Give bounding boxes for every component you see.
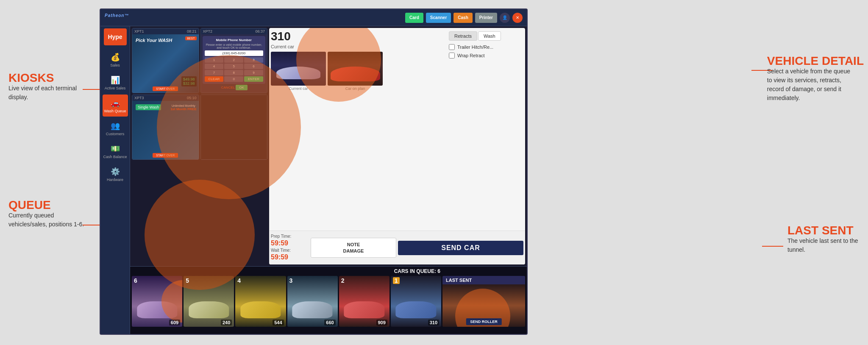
kiosk1-price: $49.98 $32.98 xyxy=(181,76,197,86)
keypad-9[interactable]: 9 xyxy=(244,70,263,75)
scanner-button[interactable]: Scanner xyxy=(426,13,451,23)
keypad-6[interactable]: 6 xyxy=(244,64,263,69)
note-damage-button[interactable]: NOTEDAMAGE xyxy=(311,238,396,258)
app-logo: Patheon™ xyxy=(105,13,129,22)
kiosk2-ok[interactable]: OK xyxy=(236,85,248,90)
vehicle-desc: Select a vehicle from the queue to view … xyxy=(767,67,852,103)
kiosk-body-xpt1: Pick Your WASH BEST $49.98 $32.98 START … xyxy=(132,34,199,93)
kiosk1-bg: Pick Your WASH BEST $49.98 $32.98 START … xyxy=(132,34,199,93)
queue-slot-4[interactable]: 4 544 xyxy=(235,276,286,327)
keypad-0[interactable]: 0 xyxy=(224,76,243,82)
keypad-3[interactable]: 3 xyxy=(244,57,263,63)
user-icon: 👤 xyxy=(502,15,507,20)
kiosk-body-xpt4 xyxy=(201,95,267,159)
card-button[interactable]: Card xyxy=(405,13,423,23)
sidebar-item-hardware[interactable]: ⚙️ Hardware xyxy=(103,163,128,185)
kiosk1-title: Pick Your WASH xyxy=(136,38,172,43)
kiosk-header-xpt1: XPT1 08:21 xyxy=(132,28,199,34)
sidebar-label-sales: Sales xyxy=(110,63,120,67)
prep-time-value: 59:59 xyxy=(271,239,288,247)
printer-button[interactable]: Printer xyxy=(475,13,497,23)
kiosk-panel-xpt1[interactable]: XPT1 08:21 Pick Your WASH BEST xyxy=(132,28,199,93)
queue-slot-id-1: 310 xyxy=(428,320,439,326)
keypad-enter[interactable]: ENTER xyxy=(244,76,263,82)
keypad-2[interactable]: 2 xyxy=(224,57,243,63)
kiosk1-start-over-button[interactable]: START OVER xyxy=(153,86,178,91)
kiosks-desc: Live view of each terminal display. xyxy=(8,84,85,102)
line-last-sent xyxy=(762,246,783,247)
keypad-clear[interactable]: CLEAR xyxy=(205,76,224,82)
tab-retracts[interactable]: Retracts xyxy=(449,31,477,41)
sidebar-item-active-sales[interactable]: 📊 Active Sales xyxy=(103,72,128,94)
keypad-5[interactable]: 5 xyxy=(224,64,243,69)
wrap-retract-checkbox[interactable] xyxy=(449,53,455,58)
queue-slot-id-3: 660 xyxy=(324,320,335,326)
sidebar-item-cash-balance[interactable]: 💵 Cash Balance xyxy=(103,140,128,162)
queue-slot-3[interactable]: 3 660 xyxy=(287,276,338,327)
queue-slot-id-5: 240 xyxy=(221,320,232,326)
phone-input[interactable]: (330) 645-6200 xyxy=(205,50,264,56)
queue-slot-num-5: 5 xyxy=(186,277,189,284)
kiosk-name-xpt2: XPT2 xyxy=(203,29,213,33)
wait-time-row: Wait Time: xyxy=(271,248,309,253)
kiosk2-actions: CANCEL OK xyxy=(220,84,248,91)
queue-area: CARS IN QUEUE: 6 6 609 xyxy=(130,266,527,334)
kiosk-name-xpt3: XPT3 xyxy=(134,96,144,100)
car-silhouette-3 xyxy=(292,301,332,318)
tab-wash[interactable]: Wash xyxy=(478,31,501,41)
wait-time-label: Wait Time: xyxy=(271,248,291,253)
kiosk3-bg: Single Wash Unlimited Monthly 1st Month … xyxy=(132,101,199,159)
top-area: XPT1 08:21 Pick Your WASH BEST xyxy=(130,26,527,266)
queue-slot-num-6: 6 xyxy=(134,277,137,284)
user-avatar[interactable]: 👤 xyxy=(500,13,510,23)
keypad-4[interactable]: 4 xyxy=(205,64,224,69)
customers-icon: 👥 xyxy=(111,121,120,131)
kiosk4-bg xyxy=(201,95,267,159)
sidebar-logo: Hype xyxy=(104,28,127,45)
kiosk-name-xpt1: XPT1 xyxy=(134,29,144,33)
queue-slot-6[interactable]: 6 609 xyxy=(132,276,182,327)
kiosk-time-xpt3: 05:10 xyxy=(187,96,197,100)
queue-slot-2[interactable]: 2 909 xyxy=(339,276,389,327)
kiosk2-cancel[interactable]: CANCEL xyxy=(220,85,236,90)
wait-time-value: 59:59 xyxy=(271,253,288,261)
cash-balance-icon: 💵 xyxy=(111,144,120,153)
last-sent-desc: The vehicle last sent to the tunnel. xyxy=(787,236,864,254)
kiosk-time-xpt2: 06:37 xyxy=(255,29,265,33)
kiosk3-start-over-button[interactable]: START OVER xyxy=(153,153,178,158)
keypad-7[interactable]: 7 xyxy=(205,70,224,75)
active-sales-icon: 📊 xyxy=(111,75,120,85)
kiosk-panel-xpt3[interactable]: XPT3 05:10 Single Wash Unlimited Monthly… xyxy=(132,95,199,160)
cash-button[interactable]: Cash xyxy=(453,13,472,23)
queue-desc: Currently queued vehicles/sales, positio… xyxy=(8,211,85,229)
current-car-container: Current car xyxy=(271,52,326,91)
sidebar-item-sales[interactable]: 💰 Sales xyxy=(103,49,128,71)
wrap-retract-option: Wrap Retract xyxy=(449,53,522,58)
kiosk-panel-xpt2[interactable]: XPT2 06:37 Mobile Phone Number Please en… xyxy=(200,28,268,93)
vd-left: 310 Current car Current car xyxy=(271,30,446,229)
kiosk-grid: XPT1 08:21 Pick Your WASH BEST xyxy=(132,28,267,160)
title-bar: Patheon™ Card Scanner Cash Printer 👤 ✕ xyxy=(100,9,527,26)
note-damage-label: NOTEDAMAGE xyxy=(343,242,364,253)
sidebar-item-customers[interactable]: 👥 Customers xyxy=(103,117,128,139)
last-sent-header: LAST SENT xyxy=(442,276,525,284)
car-silhouette-4 xyxy=(240,301,281,318)
keypad-1[interactable]: 1 xyxy=(205,57,224,63)
queue-slot-num-3: 3 xyxy=(289,277,293,284)
queue-slot-5[interactable]: 5 240 xyxy=(184,276,234,327)
sidebar-label-active-sales: Active Sales xyxy=(105,86,126,90)
kiosks-title: KIOSKS xyxy=(8,72,85,84)
kiosk-header-xpt2: XPT2 06:37 xyxy=(201,28,267,34)
send-roller-button[interactable]: SEND ROLLER xyxy=(466,318,502,325)
send-car-button[interactable]: SEND CAR xyxy=(398,241,523,255)
queue-title: QUEUE xyxy=(8,199,85,211)
vd-options: Retracts Wash Trailer Hitch/Re... Wrap R xyxy=(447,30,523,229)
kiosk-body-xpt3: Single Wash Unlimited Monthly 1st Month … xyxy=(132,101,199,159)
keypad-8[interactable]: 8 xyxy=(224,70,243,75)
sidebar-item-wash-queue[interactable]: 🚗 Wash Queue xyxy=(103,95,128,117)
close-avatar[interactable]: ✕ xyxy=(512,13,523,23)
title-bar-buttons: Card Scanner Cash Printer 👤 ✕ xyxy=(405,13,523,23)
queue-slot-1[interactable]: 1 310 xyxy=(391,276,441,327)
car-on-plan-image-label: Car on plan xyxy=(328,86,383,91)
trailer-hitch-checkbox[interactable] xyxy=(449,44,455,50)
